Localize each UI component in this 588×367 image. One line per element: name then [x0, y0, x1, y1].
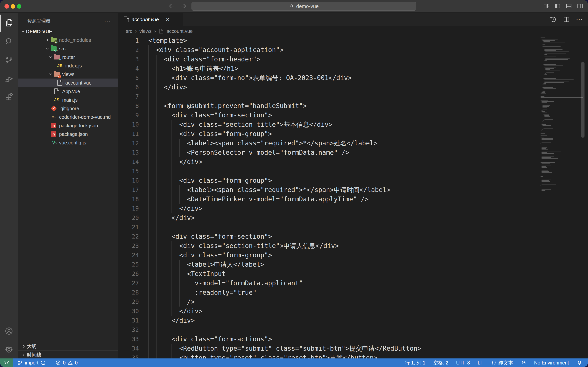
code-line-1[interactable]: 1<template>: [118, 36, 588, 45]
breadcrumb-views[interactable]: views: [139, 28, 152, 34]
code-line-16[interactable]: 16 <div class="form-group">: [118, 176, 588, 185]
code-line-27[interactable]: 27 v-model="formData.applicant": [118, 279, 588, 288]
code-line-15[interactable]: 15: [118, 167, 588, 176]
sidebar-item-account.vue[interactable]: account.vue: [18, 79, 118, 87]
minimap[interactable]: [541, 36, 585, 359]
code-line-20[interactable]: 20 </div>: [118, 213, 588, 223]
code-line-35[interactable]: 35 <button type="reset" class="reset-btn…: [118, 353, 588, 359]
code-line-33[interactable]: 33 <div class="form-actions">: [118, 334, 588, 344]
chevron-spacer: [44, 131, 50, 137]
back-icon[interactable]: [168, 3, 175, 10]
explorer-more-actions-icon[interactable]: ⋯: [104, 17, 111, 25]
code-line-13[interactable]: 13 <PersonSelector v-model="formData.nam…: [118, 148, 588, 157]
code-line-3[interactable]: 3 <div class="form-header">: [118, 55, 588, 64]
settings-gear-icon[interactable]: [0, 340, 18, 359]
forward-icon[interactable]: [180, 3, 187, 10]
source-control-icon[interactable]: [0, 51, 18, 69]
code-line-4[interactable]: 4 <h1>账号申请表</h1>: [118, 64, 588, 73]
minimap-line: [543, 91, 546, 92]
extensions-icon[interactable]: [0, 88, 18, 107]
minimap-line: [542, 178, 547, 178]
sidebar-item-router[interactable]: ●●router: [18, 53, 118, 61]
sidebar-item-.gitignore[interactable]: .gitignore: [18, 104, 118, 113]
command-center-search[interactable]: demo-vue: [192, 2, 416, 11]
timeline-history-icon[interactable]: [549, 16, 557, 24]
maximize-window-button[interactable]: [17, 4, 21, 8]
indentation-setting[interactable]: 空格: 2: [433, 360, 448, 366]
sidebar-item-coderider-demo-vue.md[interactable]: M↓coderider-demo-vue.md: [18, 113, 118, 121]
outline-section[interactable]: 大纲: [18, 342, 118, 350]
code-line-29[interactable]: 29 />: [118, 297, 588, 307]
sidebar-item-vue.config.js[interactable]: Vvue.config.js: [18, 138, 118, 147]
minimap-line: [545, 119, 553, 120]
code-line-18[interactable]: 18 <DateTimePicker v-model="formData.app…: [118, 195, 588, 204]
code-line-6[interactable]: 6 </div>: [118, 83, 588, 92]
sidebar-item-App.vue[interactable]: App.vue: [18, 87, 118, 96]
code-line-5[interactable]: 5 <div class="form-no">表单编号: OA-2023-001…: [118, 73, 588, 83]
toggle-panel-icon[interactable]: [565, 3, 572, 10]
code-line-12[interactable]: 12 <label><span class="required">*</span…: [118, 139, 588, 148]
code-line-14[interactable]: 14 </div>: [118, 157, 588, 167]
code-line-34[interactable]: 34 <RedButton type="submit" class="submi…: [118, 344, 588, 353]
code-line-30[interactable]: 30 </div>: [118, 307, 588, 316]
code-line-19[interactable]: 19 </div>: [118, 204, 588, 213]
sidebar-item-views[interactable]: <>views: [18, 70, 118, 79]
code-line-2[interactable]: 2 <div class="account-application">: [118, 45, 588, 55]
encoding[interactable]: UTF-8: [456, 360, 470, 366]
language-mode[interactable]: 纯文本: [491, 360, 513, 366]
tree-root-folder[interactable]: DEMO-VUE: [18, 27, 118, 36]
minimap-slider[interactable]: [581, 62, 585, 138]
search-view-icon[interactable]: [0, 32, 18, 51]
problems-status[interactable]: 0 0: [55, 360, 78, 366]
tab-account-vue[interactable]: account.vue ✕: [118, 13, 183, 26]
eol-setting[interactable]: LF: [478, 360, 483, 366]
cursor-position[interactable]: 行 1, 列 1: [405, 360, 425, 366]
breadcrumb-src[interactable]: src: [126, 28, 132, 34]
sidebar-item-package.json[interactable]: npackage.json: [18, 130, 118, 138]
git-branch-status[interactable]: import: [17, 360, 46, 366]
breadcrumb-file[interactable]: account.vue: [167, 28, 193, 34]
copilot-disabled-icon[interactable]: [521, 360, 526, 366]
code-line-8[interactable]: 8 <form @submit.prevent="handleSubmit">: [118, 101, 588, 111]
code-line-21[interactable]: 21: [118, 223, 588, 232]
code-line-31[interactable]: 31 </div>: [118, 316, 588, 325]
toggle-secondary-sidebar-icon[interactable]: [577, 3, 583, 10]
code-line-7[interactable]: 7: [118, 92, 588, 101]
split-editor-icon[interactable]: [563, 16, 570, 24]
code-line-17[interactable]: 17 <label><span class="required">*</span…: [118, 185, 588, 195]
explorer-icon[interactable]: [0, 13, 18, 32]
code-line-25[interactable]: 25 <label>申请人</label>: [118, 260, 588, 269]
customize-layout-icon[interactable]: [543, 3, 549, 10]
close-tab-icon[interactable]: ✕: [166, 17, 170, 23]
sidebar-item-node_modules[interactable]: jsnode_modules: [18, 36, 118, 44]
code-line-23[interactable]: 23 <div class="section-title">申请人信息</div…: [118, 241, 588, 250]
sidebar-item-main.js[interactable]: JSmain.js: [18, 96, 118, 104]
code-line-22[interactable]: 22 <div class="form-section">: [118, 232, 588, 241]
editor-more-actions-icon[interactable]: ⋯: [576, 16, 583, 24]
code-line-32[interactable]: 32: [118, 325, 588, 334]
line-number: 17: [118, 185, 139, 195]
notifications-bell-icon[interactable]: [577, 360, 582, 366]
code-line-24[interactable]: 24 <div class="form-group">: [118, 250, 588, 260]
timeline-section[interactable]: 时间线: [18, 350, 118, 359]
run-debug-icon[interactable]: [0, 69, 18, 88]
chevron-down-icon: [47, 54, 54, 60]
remote-indicator[interactable]: [0, 359, 13, 367]
code-line-11[interactable]: 11 <div class="form-group">: [118, 129, 588, 139]
close-window-button[interactable]: [4, 4, 9, 8]
sidebar-item-package-lock.json[interactable]: npackage-lock.json: [18, 121, 118, 130]
minimap-line: [546, 58, 570, 58]
sidebar-item-index.js[interactable]: JSindex.js: [18, 61, 118, 70]
minimap-line: [545, 117, 550, 117]
environment-status[interactable]: No Environment: [534, 360, 569, 366]
minimap-line: [542, 130, 542, 131]
code-line-28[interactable]: 28 :readonly="true": [118, 288, 588, 297]
sidebar-item-src[interactable]: </>src: [18, 44, 118, 53]
accounts-icon[interactable]: [0, 322, 18, 340]
code-line-9[interactable]: 9 <div class="form-section">: [118, 111, 588, 120]
code-line-26[interactable]: 26 <TextInput: [118, 269, 588, 279]
toggle-primary-sidebar-icon[interactable]: [554, 3, 561, 10]
minimize-window-button[interactable]: [11, 4, 15, 8]
code-line-10[interactable]: 10 <div class="section-title">基本信息</div>: [118, 120, 588, 129]
code-editor[interactable]: 1<template>2 <div class="account-applica…: [118, 36, 588, 359]
